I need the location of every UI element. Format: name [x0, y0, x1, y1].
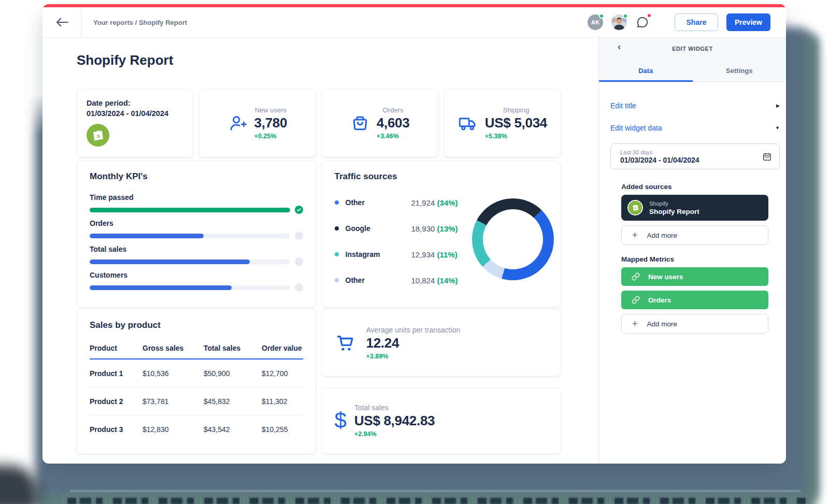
widget-title: Traffic sources	[335, 171, 548, 182]
add-metric-button[interactable]: + Add more	[621, 314, 768, 334]
kpi-bar-track	[90, 208, 290, 212]
metric-delta: +2.94%	[354, 430, 435, 438]
table-cell: Product 1	[90, 369, 142, 378]
widget-orders[interactable]: Orders 4,603 +3.46%	[322, 89, 438, 157]
metric-value: 4,603	[377, 115, 410, 131]
kpi-bar-row: Customers	[90, 271, 303, 292]
legend-label: Instagram	[346, 250, 380, 258]
pending-circle-icon	[295, 257, 303, 266]
add-source-button[interactable]: + Add more	[621, 225, 768, 245]
legend-label: Google	[346, 224, 370, 233]
table-row: Product 2$73,781$45,832$11,302	[90, 387, 303, 415]
table-cell: $12,700	[262, 369, 303, 378]
table-cell: $43,542	[204, 425, 262, 434]
mapped-metrics-label: Mapped Metrics	[621, 255, 768, 263]
back-button[interactable]	[42, 7, 82, 37]
shopify-logo-icon: s	[87, 124, 183, 149]
legend-value: 12,934 (11%)	[411, 250, 473, 259]
pending-circle-icon	[295, 283, 303, 292]
source-shopify[interactable]: s Shopify Shopify Report	[621, 195, 768, 221]
report-canvas: Shopify Report Date period: 01/03/2024 -…	[42, 38, 598, 464]
table-cell: Product 3	[90, 425, 142, 434]
page-title: Shopify Report	[77, 52, 561, 68]
widget-average-units[interactable]: Average units per transaction 12.24 +3.8…	[322, 309, 561, 377]
legend-label: Other	[346, 198, 365, 207]
column-header: Gross sales	[142, 344, 204, 352]
pending-circle-icon	[295, 232, 303, 240]
background-blurred-text	[67, 498, 806, 504]
chat-button[interactable]	[634, 14, 651, 31]
column-header: Product	[90, 344, 142, 352]
legend-dot	[335, 226, 339, 231]
widget-date-period[interactable]: Date period: 01/03/2024 - 01/04/2024 s	[77, 89, 193, 157]
preview-button[interactable]: Preview	[726, 13, 770, 31]
widget-total-sales[interactable]: $ Total sales US$ 8,942.83 +2.94%	[322, 387, 561, 455]
edit-widget-data-row[interactable]: Edit widget data ▼	[610, 124, 780, 132]
metric-label: New users	[255, 106, 287, 114]
avatar-photo[interactable]	[611, 15, 627, 30]
legend-dot	[335, 278, 339, 282]
shopify-logo-icon: s	[627, 200, 643, 215]
background-highlight-line	[70, 491, 801, 492]
mapped-metric-new-users[interactable]: New users	[621, 267, 768, 286]
widget-new-users[interactable]: New users 3,780 +0.25%	[199, 89, 316, 157]
widget-monthly-kpis[interactable]: Monthly KPI's Time passedOrdersTotal sal…	[77, 161, 316, 308]
background-mask	[26, 0, 42, 135]
table-cell: $50,900	[204, 369, 262, 378]
metric-value: 12.24	[366, 335, 461, 351]
breadcrumb[interactable]: Your reports / Shopify Report	[93, 19, 187, 26]
mapped-metric-orders[interactable]: Orders	[621, 291, 768, 309]
table-cell: $45,832	[204, 397, 262, 406]
legend-dot	[335, 200, 339, 205]
metric-value: US$ 5,034	[485, 115, 547, 131]
kpi-bar-track	[90, 260, 290, 264]
donut-chart	[472, 198, 554, 280]
avatar-ak[interactable]: AK	[588, 15, 603, 30]
kpi-bar-row: Time passed	[90, 193, 303, 214]
kpi-bar-row: Total sales	[90, 245, 303, 266]
legend-row: Instagram12,934 (11%)	[335, 250, 473, 259]
link-icon	[632, 296, 640, 304]
background-dark-blob	[0, 465, 38, 504]
dollar-icon: $	[335, 410, 347, 431]
kpi-bar-label: Time passed	[90, 193, 303, 202]
table-cell: $12,830	[142, 425, 204, 434]
tab-settings[interactable]: Settings	[693, 67, 787, 81]
sales-table-body: Product 1$10,536$50,900$12,700Product 2$…	[90, 359, 303, 443]
kpi-bar-label: Orders	[90, 219, 303, 228]
check-circle-icon	[295, 206, 303, 214]
legend-value: 21,924 (34%)	[411, 198, 473, 207]
metric-delta: +0.25%	[254, 133, 288, 140]
date-range-picker[interactable]: Last 30 days 01/03/2024 - 01/04/2024	[610, 143, 780, 169]
widget-sales-by-product[interactable]: Sales by product ProductGross salesTotal…	[77, 309, 316, 454]
widget-shipping[interactable]: Shipping US$ 5,034 +5.38%	[444, 89, 561, 157]
table-cell: $10,255	[262, 425, 303, 434]
online-status-dot	[599, 13, 604, 19]
chevron-right-icon: ▶	[776, 103, 780, 108]
legend-row: Other21,924 (34%)	[335, 198, 473, 207]
shopping-bag-icon	[350, 113, 370, 133]
sidebar-tabs: Data Settings	[599, 67, 786, 81]
column-header: Order value	[262, 344, 303, 352]
metric-delta: +5.38%	[485, 133, 547, 140]
collapse-panel-icon[interactable]: ‹	[618, 42, 621, 51]
back-arrow-icon	[55, 17, 69, 27]
panel-title: EDIT WIDGET	[672, 46, 713, 52]
tab-data[interactable]: Data	[599, 67, 693, 81]
share-button[interactable]: Share	[675, 13, 718, 31]
user-plus-icon	[228, 113, 248, 133]
truck-icon	[458, 113, 478, 134]
table-row: Product 3$12,830$43,542$10,255	[90, 415, 303, 443]
legend-row: Other10,824 (14%)	[335, 276, 473, 285]
legend-value: 18,930 (13%)	[411, 224, 473, 233]
sales-table-header: ProductGross salesTotal salesOrder value	[90, 344, 303, 359]
metric-label: Total sales	[354, 404, 435, 412]
table-cell: $73,781	[142, 397, 204, 406]
edit-title-row[interactable]: Edit title ▶	[610, 102, 780, 110]
table-cell: $10,536	[142, 369, 204, 378]
kpi-bar-track	[90, 285, 290, 290]
widget-title: Monthly KPI's	[90, 171, 303, 182]
added-sources-label: Added sources	[621, 183, 768, 191]
legend-row: Google18,930 (13%)	[335, 224, 473, 233]
widget-traffic-sources[interactable]: Traffic sources Other21,924 (34%)Google1…	[322, 161, 561, 308]
